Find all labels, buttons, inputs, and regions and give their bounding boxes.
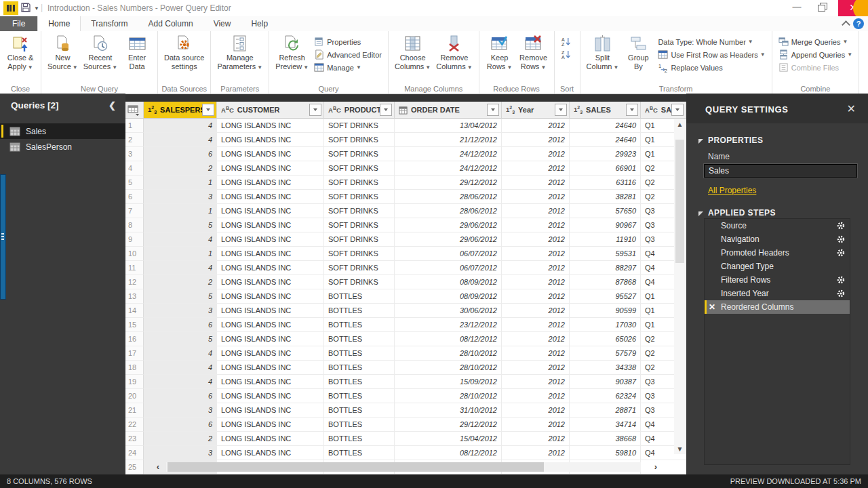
grid-cell[interactable]: 15/09/2012 (395, 375, 502, 389)
grid-cell[interactable]: 2012 (502, 232, 570, 247)
grid-cell[interactable]: 95527 (570, 289, 641, 304)
grid-cell[interactable]: 29/06/2012 (395, 218, 502, 232)
grid-cell[interactable]: 65026 (570, 332, 641, 346)
grid-cell[interactable]: LONG ISLANDS INC (217, 304, 324, 318)
grid-cell[interactable]: LONG ISLANDS INC (217, 361, 324, 375)
grid-cell[interactable]: 2012 (502, 161, 570, 176)
data-type-whole-number-button[interactable]: Data Type: Whole Number▼ (655, 35, 768, 48)
gear-icon[interactable] (836, 248, 846, 258)
filter-dropdown-icon[interactable] (671, 104, 684, 116)
grid-cell[interactable]: LONG ISLANDS INC (217, 318, 324, 332)
choose-columns-button[interactable]: ChooseColumns▼ (392, 33, 433, 72)
horizontal-scroll-thumb[interactable] (167, 462, 544, 472)
grid-cell[interactable]: 2012 (502, 133, 570, 147)
grid-cell[interactable]: 2012 (502, 119, 570, 133)
grid-cell[interactable]: LONG ISLANDS INC (217, 133, 324, 147)
grid-cell[interactable]: 2012 (502, 389, 570, 403)
grid-cell[interactable]: 28/10/2012 (395, 361, 502, 375)
properties-button[interactable]: Properties (311, 35, 384, 48)
grid-cell[interactable]: LONG ISLANDS INC (217, 432, 324, 446)
grid-cell[interactable]: 1 (144, 176, 217, 190)
grid-cell[interactable]: 34714 (570, 418, 641, 432)
grid-cell[interactable]: 90387 (570, 375, 641, 389)
grid-cell[interactable]: 31/10/2012 (395, 403, 502, 418)
grid-cell[interactable]: LONG ISLANDS INC (217, 176, 324, 190)
sort-descending-button[interactable]: ZA (558, 48, 576, 61)
properties-section-header[interactable]: PROPERTIES (698, 136, 868, 145)
grid-cell[interactable]: 13/04/2012 (395, 119, 502, 133)
manage-parameters-button[interactable]: ManageParameters▼ (214, 33, 265, 72)
sort-ascending-button[interactable]: AZ (558, 35, 576, 48)
gear-icon[interactable] (836, 275, 846, 285)
grid-cell[interactable]: 90967 (570, 218, 641, 232)
close-and-apply-button[interactable]: Close &Apply▼ (3, 33, 37, 72)
grid-cell[interactable]: LONG ISLANDS INC (217, 389, 324, 403)
applied-step-navigation[interactable]: Navigation (705, 232, 850, 246)
grid-cell[interactable]: 08/09/2012 (395, 289, 502, 304)
applied-step-source[interactable]: Source (705, 219, 850, 232)
grid-cell[interactable]: 2012 (502, 218, 570, 232)
minimize-button[interactable]: — (787, 0, 807, 16)
scroll-down-icon[interactable]: ▼ (674, 444, 686, 454)
tab-add-column[interactable]: Add Column (138, 16, 203, 31)
grid-cell[interactable]: 2 (144, 432, 217, 446)
grid-cell[interactable]: LONG ISLANDS INC (217, 161, 324, 176)
delete-step-icon[interactable]: ✕ (709, 302, 719, 312)
scroll-up-icon[interactable]: ▲ (674, 119, 686, 129)
filter-dropdown-icon[interactable] (309, 104, 321, 116)
gear-icon[interactable] (836, 221, 846, 230)
query-item-sales[interactable]: Sales (0, 123, 125, 139)
grid-cell[interactable]: BOTTLES (324, 332, 395, 346)
grid-cell[interactable]: 28871 (570, 403, 641, 418)
collapse-ribbon-button[interactable] (841, 18, 850, 28)
grid-cell[interactable]: 24640 (570, 119, 641, 133)
grid-cell[interactable]: 34338 (570, 361, 641, 375)
grid-cell[interactable]: 2012 (502, 446, 570, 460)
grid-cell[interactable]: BOTTLES (324, 318, 395, 332)
grid-cell[interactable]: 2012 (502, 176, 570, 190)
grid-cell[interactable]: 24640 (570, 133, 641, 147)
filter-dropdown-icon[interactable] (202, 104, 214, 116)
grid-cell[interactable]: SOFT DRINKS (324, 147, 395, 161)
grid-cell[interactable]: 2012 (502, 261, 570, 275)
grid-cell[interactable]: 1 (144, 204, 217, 218)
grid-cell[interactable]: 28/10/2012 (395, 389, 502, 403)
grid-cell[interactable]: LONG ISLANDS INC (217, 375, 324, 389)
tab-home[interactable]: Home (37, 16, 81, 31)
grid-cell[interactable]: 87868 (570, 275, 641, 289)
grid-cell[interactable]: 2012 (502, 275, 570, 289)
grid-cell[interactable]: BOTTLES (324, 304, 395, 318)
replace-values-button[interactable]: 12Replace Values (655, 61, 768, 74)
column-header-salesperson-id[interactable]: 123SALESPERSON ID (144, 102, 217, 119)
collapse-pane-icon[interactable]: ❮ (108, 100, 116, 110)
column-header-products[interactable]: ABCPRODUCTS (324, 102, 395, 119)
filter-dropdown-icon[interactable] (555, 104, 567, 116)
grid-cell[interactable]: 2012 (502, 432, 570, 446)
grid-cell[interactable]: 2012 (502, 289, 570, 304)
grid-cell[interactable]: LONG ISLANDS INC (217, 119, 324, 133)
grid-cell[interactable]: 06/07/2012 (395, 261, 502, 275)
grid-cell[interactable]: 5 (144, 332, 217, 346)
table-menu-button[interactable] (125, 102, 144, 119)
column-header-customer[interactable]: ABCCUSTOMER (217, 102, 324, 119)
grid-cell[interactable]: SOFT DRINKS (324, 176, 395, 190)
grid-cell[interactable]: 66901 (570, 161, 641, 176)
grid-cell[interactable]: 2012 (502, 346, 570, 361)
grid-cell[interactable]: 28/10/2012 (395, 346, 502, 361)
remove-rows-button[interactable]: RemoveRows▼ (517, 33, 551, 72)
grid-cell[interactable]: LONG ISLANDS INC (217, 403, 324, 418)
applied-step-reordered-columns[interactable]: ✕Reordered Columns (705, 300, 850, 314)
grid-cell[interactable]: 17030 (570, 318, 641, 332)
grid-cell[interactable]: BOTTLES (324, 389, 395, 403)
filter-dropdown-icon[interactable] (380, 104, 392, 116)
scroll-right-icon[interactable]: › (650, 462, 661, 472)
grid-cell[interactable]: 24/12/2012 (395, 147, 502, 161)
grid-cell[interactable]: 4 (144, 361, 217, 375)
grid-cell[interactable]: 5 (144, 218, 217, 232)
grid-cell[interactable]: 3 (144, 403, 217, 418)
grid-cell[interactable]: LONG ISLANDS INC (217, 147, 324, 161)
vertical-scroll-thumb[interactable] (675, 140, 684, 263)
grid-cell[interactable]: 06/07/2012 (395, 247, 502, 261)
grid-cell[interactable]: 59531 (570, 247, 641, 261)
grid-cell[interactable]: 4 (144, 375, 217, 389)
